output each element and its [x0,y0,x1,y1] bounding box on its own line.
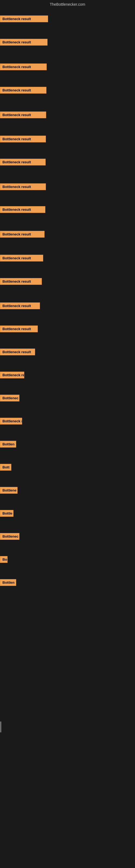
bottleneck-result-item[interactable]: Bottleneck result [0,231,45,238]
bottleneck-result-item[interactable]: Bottleneck result [0,63,47,70]
bottleneck-result-item[interactable]: Bott [0,464,11,471]
bottleneck-result-item[interactable]: Bottleneck result [0,278,42,285]
bottleneck-result-item[interactable]: Bottlenec [0,533,19,540]
bottleneck-result-item[interactable]: Bottleneck r [0,418,22,425]
bottleneck-result-item[interactable]: Bottleneck result [0,16,48,22]
text-cursor [1,721,1,733]
bottleneck-result-item[interactable]: Bottleneck result [0,159,46,165]
bottleneck-result-item[interactable]: Bottleneck result [0,326,38,332]
bottleneck-result-item[interactable]: Bottlene [0,487,17,494]
bottleneck-result-item[interactable]: Bottlen [0,579,16,586]
site-title: TheBottlenecker.com [0,0,135,9]
bottleneck-result-item[interactable]: Bottleneck result [0,39,48,45]
bottleneck-result-item[interactable]: Bottlenec [0,395,19,401]
bottleneck-result-item[interactable]: Bottleneck result [0,348,35,355]
bottleneck-result-item[interactable]: Bottleneck result [0,112,46,118]
bottleneck-result-item[interactable]: Bottleneck result [0,206,45,213]
bottleneck-result-item[interactable]: Bottlen [0,441,16,447]
bottleneck-result-item[interactable]: Bottleneck result [0,183,46,190]
bottleneck-result-item[interactable]: Bo [0,556,8,563]
bottleneck-result-item[interactable]: Bottleneck re [0,372,24,378]
bottleneck-result-item[interactable]: Bottleneck result [0,135,46,143]
bottleneck-result-item[interactable]: Bottleneck result [0,303,40,309]
bottleneck-result-item[interactable]: Bottleneck result [0,255,43,261]
bottleneck-result-item[interactable]: Bottle [0,510,13,517]
bottleneck-result-item[interactable]: Bottleneck result [0,87,46,94]
